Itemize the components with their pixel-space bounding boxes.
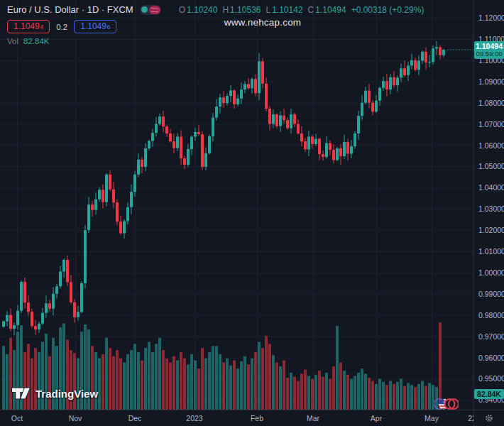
price-axis-label: 1.04000 xyxy=(478,183,504,192)
high-value: 1.10536 xyxy=(230,5,261,15)
ask-price: 1.1049 xyxy=(80,21,106,31)
price-axis-label: 0.98000 xyxy=(478,311,504,320)
last-price-badge: 1.10494 09:59:00 xyxy=(474,41,504,59)
volume-indicator-row: Vol 82.84K xyxy=(7,37,424,45)
price-axis-label: 1.12000 xyxy=(478,13,504,22)
close-value: 1.10494 xyxy=(315,5,346,15)
chart-canvas[interactable]: www.nehcap.com Euro / U.S. Dollar · 1D ·… xyxy=(0,0,474,410)
high-label: H xyxy=(222,5,229,15)
sell-bid-button[interactable]: 1.10494 xyxy=(7,20,50,33)
price-axis-label: 1.02000 xyxy=(478,226,504,234)
time-axis-label: Apr xyxy=(362,410,390,426)
tradingview-wordmark: TradingView xyxy=(35,388,98,400)
broker-logo[interactable] xyxy=(434,397,459,410)
symbol-title[interactable]: Euro / U.S. Dollar · 1D · FXCM xyxy=(7,4,133,15)
buy-ask-button[interactable]: 1.10496 xyxy=(74,20,116,33)
price-axis-label: 1.01000 xyxy=(478,247,504,256)
low-value: 1.10142 xyxy=(272,5,302,15)
price-axis-label: 0.96000 xyxy=(478,354,504,362)
bid-price-sup: 4 xyxy=(40,23,43,31)
price-axis-label: 1.00000 xyxy=(478,268,504,277)
gear-icon xyxy=(483,413,495,424)
time-axis-label: 22 xyxy=(458,410,474,426)
axis-settings-button[interactable] xyxy=(473,410,504,426)
volume-value: 82.84K xyxy=(23,37,49,45)
price-axis-label: 1.09000 xyxy=(478,77,504,86)
open-label: O xyxy=(179,5,185,15)
price-axis-label: 0.99000 xyxy=(478,290,504,298)
price-axis[interactable]: 1.120001.110001.100001.090001.080001.070… xyxy=(473,0,504,410)
time-axis-label: Feb xyxy=(243,410,271,426)
status-pill-icon xyxy=(149,6,160,14)
change-value: +0.00318 (+0.29%) xyxy=(351,5,424,15)
spread-value: 0.2 xyxy=(55,23,69,31)
price-axis-label: 0.97000 xyxy=(478,332,504,341)
ask-price-sup: 6 xyxy=(106,23,110,31)
time-axis-label: Dec xyxy=(121,410,149,426)
tradingview-icon xyxy=(11,387,31,400)
close-label: C xyxy=(308,5,314,15)
time-axis-label: Nov xyxy=(61,410,89,426)
time-axis-label: Mar xyxy=(299,410,327,426)
ohlc-readout: O 1.10240 H 1.10536 L 1.10142 C 1.10494 … xyxy=(179,5,424,15)
time-axis-label: Oct xyxy=(3,410,31,426)
price-axis-label: 1.05000 xyxy=(478,162,504,170)
chart-legend: Euro / U.S. Dollar · 1D · FXCM O 1.10240… xyxy=(7,4,424,45)
tradingview-logo[interactable]: TradingView xyxy=(11,387,98,400)
time-axis[interactable]: OctNovDec2023FebMarAprMay22 xyxy=(0,410,474,426)
open-value: 1.10240 xyxy=(187,5,217,15)
status-dot-icon xyxy=(141,6,148,13)
time-axis-label: 2023 xyxy=(180,410,209,426)
volume-label: Vol xyxy=(7,37,18,45)
low-label: L xyxy=(266,5,271,15)
time-axis-label: May xyxy=(417,410,446,426)
bar-countdown: 09:59:00 xyxy=(474,50,504,58)
volume-badge: 82.84K xyxy=(474,389,504,399)
tradingview-chart-window: www.nehcap.com Euro / U.S. Dollar · 1D ·… xyxy=(0,0,504,426)
candlestick-chart[interactable] xyxy=(0,0,474,410)
price-axis-label: 1.03000 xyxy=(478,204,504,213)
bid-price: 1.1049 xyxy=(13,21,40,31)
price-axis-label: 1.07000 xyxy=(478,120,504,129)
market-status-toggle[interactable] xyxy=(140,5,161,15)
price-axis-label: 1.06000 xyxy=(478,141,504,150)
price-axis-label: 1.08000 xyxy=(478,99,504,107)
price-axis-label: 0.95000 xyxy=(478,374,504,383)
